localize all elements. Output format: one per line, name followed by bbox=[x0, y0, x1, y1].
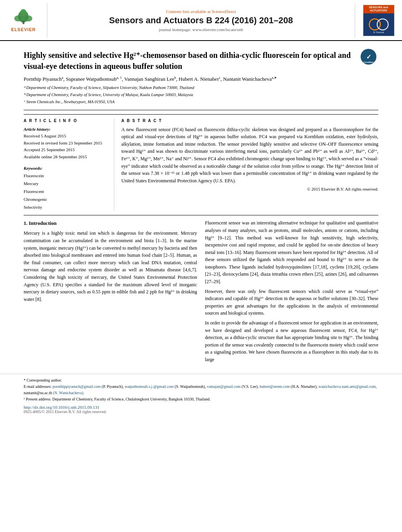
email1-person: (P. Piyanuch), bbox=[102, 384, 124, 389]
email3-link[interactable]: vamajan@gmail.com bbox=[207, 384, 241, 389]
header-center: Contents lists available at ScienceDirec… bbox=[47, 3, 355, 38]
email1-link[interactable]: pornthippiyanuch@gmail.com bbox=[52, 384, 100, 389]
keywords-block: Keywords: Fluorescein Mercury Fluorescen… bbox=[24, 165, 108, 211]
body-col-right: Fluorescent sensor was an interesting al… bbox=[205, 219, 378, 365]
email5b-link[interactable]: (N. Wanichacheva). bbox=[53, 391, 84, 395]
article-title-section: ✓ CrossMark Highly sensitive and selecti… bbox=[24, 45, 378, 110]
elsevier-logo: ELSEVIER bbox=[0, 3, 47, 38]
intro-para2: Fluorescent sensor was an interesting al… bbox=[205, 219, 378, 285]
email4-link[interactable]: hubert@strem.com bbox=[260, 384, 290, 389]
sensors-logo-image: B: Chemical bbox=[363, 13, 394, 36]
email3-person: (V.S. Lee), bbox=[242, 384, 259, 389]
sciencedirect-link: Contents lists available at ScienceDirec… bbox=[166, 9, 236, 14]
article-info-label: A R T I C L E I N F O bbox=[24, 119, 108, 123]
email-addresses-block: E-mail addresses: pornthippiyanuch@gmail… bbox=[24, 384, 378, 396]
affiliation-a: ᵃ Department of Chemistry, Faculty of Sc… bbox=[24, 85, 378, 91]
svg-point-3 bbox=[24, 15, 32, 21]
article-authors: Pornthip Piyanucha, Supranee Watpathomsu… bbox=[24, 76, 378, 82]
elsevier-brand-text: ELSEVIER bbox=[10, 27, 37, 32]
received-date: Received 5 August 2015 bbox=[24, 133, 108, 140]
affiliation-b: ᵇ Department of Chemistry, Faculty of Sc… bbox=[24, 92, 378, 98]
keyword-fluorescein: Fluorescein bbox=[24, 172, 108, 180]
footnote1: ¹ Present address: Department of Chemist… bbox=[24, 396, 378, 402]
email4-person: (H.A. Nienaber), bbox=[291, 384, 318, 389]
keyword-mercury: Mercury bbox=[24, 180, 108, 188]
sensors-logo-box: SENSORS and ACTUATORS B: Chemical bbox=[355, 3, 402, 38]
keyword-fluorescent: Fluorescent bbox=[24, 188, 108, 196]
sciencedirect-text: Contents lists available at ScienceDirec… bbox=[166, 9, 236, 14]
article-history-block: Article history: Received 5 August 2015 … bbox=[24, 126, 108, 161]
corresponding-author-note: * Corresponding author. bbox=[24, 377, 378, 384]
introduction-heading: 1. Introduction bbox=[24, 219, 197, 227]
journal-title: Sensors and Actuators B 224 (2016) 201–2… bbox=[109, 15, 293, 26]
footer-issn: 0925-4005/© 2015 Elsevier B.V. All right… bbox=[24, 410, 378, 414]
body-col-left: 1. Introduction Mercury is a highly toxi… bbox=[24, 219, 197, 365]
section-divider bbox=[24, 215, 378, 215]
affiliation-c: ᶜ Strem Chemicals Inc., Newburyport, MA … bbox=[24, 99, 378, 105]
article-info-abstract-section: A R T I C L E I N F O Article history: R… bbox=[24, 114, 378, 211]
svg-text:✓: ✓ bbox=[366, 54, 371, 60]
abstract-column: A B S T R A C T A new fluorescent sensor… bbox=[114, 119, 378, 211]
keyword-chromogenic: Chromogenic bbox=[24, 196, 108, 204]
received-revised-date: Received in revised form 23 September 20… bbox=[24, 140, 108, 147]
intro-para3: However, there was only few fluorescent … bbox=[205, 288, 378, 317]
svg-point-2 bbox=[14, 15, 22, 21]
intro-para4: In order to provide the advantage of a f… bbox=[205, 319, 378, 363]
sensors-logo-top-text: SENSORS and ACTUATORS bbox=[363, 5, 394, 13]
keywords-title: Keywords: bbox=[24, 165, 108, 172]
footnote-block: * Corresponding author. E-mail addresses… bbox=[24, 377, 378, 402]
email-label: E-mail addresses: bbox=[24, 384, 52, 389]
available-date: Available online 28 September 2015 bbox=[24, 154, 108, 161]
body-columns: 1. Introduction Mercury is a highly toxi… bbox=[24, 219, 378, 365]
sensors-logo: SENSORS and ACTUATORS B: Chemical bbox=[363, 5, 395, 36]
intro-para1: Mercury is a highly toxic metal ion whic… bbox=[24, 230, 197, 303]
crossmark-badge[interactable]: ✓ CrossMark bbox=[361, 49, 378, 67]
abstract-label: A B S T R A C T bbox=[121, 119, 378, 123]
journal-homepage: journal homepage: www.elsevier.com/locat… bbox=[159, 27, 243, 32]
article-history-title: Article history: bbox=[24, 126, 108, 133]
keyword-selectivity: Selectivity bbox=[24, 204, 108, 211]
page-wrapper: ELSEVIER Contents lists available at Sci… bbox=[0, 0, 402, 417]
email2-person: (S. Watpathomsub), bbox=[175, 384, 206, 389]
email5-link[interactable]: wanichacheva.nant.anit@gmail.com, bbox=[318, 384, 377, 389]
homepage-text: journal homepage: www.elsevier.com/locat… bbox=[159, 27, 243, 32]
footer-doi[interactable]: http://dx.doi.org/10.1016/j.snb.2015.09.… bbox=[24, 405, 378, 410]
copyright-line: © 2015 Elsevier B.V. All rights reserved… bbox=[121, 187, 378, 191]
svg-text:B: Chemical: B: Chemical bbox=[373, 31, 384, 33]
abstract-text: A new fluorescent sensor (FC4) based on … bbox=[121, 126, 378, 185]
article-footer: * Corresponding author. E-mail addresses… bbox=[0, 374, 402, 417]
svg-text:CrossMark: CrossMark bbox=[363, 61, 374, 63]
article-content: ✓ CrossMark Highly sensitive and selecti… bbox=[0, 41, 402, 370]
accepted-date: Accepted 25 September 2015 bbox=[24, 146, 108, 154]
article-info-column: A R T I C L E I N F O Article history: R… bbox=[24, 119, 114, 211]
crossmark-icon: ✓ CrossMark bbox=[361, 49, 376, 65]
elsevier-tree-icon bbox=[10, 9, 37, 25]
email5-person: nantanit@su.ac.th bbox=[24, 391, 52, 395]
email2-link[interactable]: watpathomsub.s.j.@gmail.com bbox=[125, 384, 173, 389]
svg-point-4 bbox=[20, 9, 26, 15]
article-main-title: Highly sensitive and selective Hg²⁺-chem… bbox=[24, 50, 378, 72]
journal-header: ELSEVIER Contents lists available at Sci… bbox=[0, 0, 402, 41]
